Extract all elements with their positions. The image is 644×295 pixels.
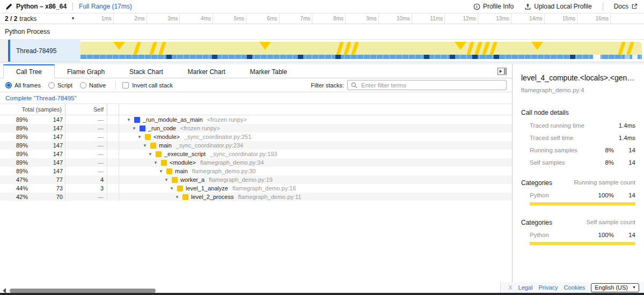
- profile-info-label: Profile Info: [483, 3, 514, 10]
- ruler-tick: 14ms: [511, 13, 545, 24]
- call-tree-row[interactable]: 89%147—▼<module>_sync_coordinator.py:251: [0, 132, 512, 141]
- tree-cell: ▼_run_code<frozen runpy>: [119, 125, 512, 131]
- complete-thread-link[interactable]: Complete “Thread-78495”: [5, 95, 76, 101]
- column-header-self[interactable]: Self: [65, 104, 107, 115]
- track-marker-slash: [626, 42, 634, 55]
- tab-bar: Call TreeFlame GraphStack ChartMarker Ch…: [0, 64, 512, 78]
- detail-label: Traced self time: [530, 135, 588, 141]
- call-tree-row[interactable]: 89%147—▼_execute_script_sync_coordinator…: [0, 150, 512, 158]
- twisty-icon[interactable]: ▼: [148, 152, 156, 157]
- tree-cell: ▼level_1_analyzeflamegraph_demo.py:16: [119, 185, 512, 191]
- twisty-icon[interactable]: ▼: [143, 143, 150, 148]
- call-tree-row[interactable]: 44%733▼level_1_analyzeflamegraph_demo.py…: [0, 184, 512, 193]
- twisty-icon[interactable]: ▼: [153, 160, 161, 165]
- close-banner-button[interactable]: X: [508, 284, 512, 291]
- twisty-icon[interactable]: ▼: [170, 186, 177, 191]
- radio-all-frames-label[interactable]: All frames: [14, 82, 41, 88]
- tab-stack-chart[interactable]: Stack Chart: [117, 64, 175, 78]
- twisty-icon[interactable]: ▼: [164, 178, 172, 182]
- function-name: <module>: [153, 134, 180, 140]
- footer-link-privacy[interactable]: Privacy: [538, 284, 558, 291]
- detail-value: 14: [614, 147, 635, 153]
- column-header-total[interactable]: Total (samples): [0, 104, 65, 115]
- total-samples: 73: [28, 184, 65, 193]
- twisty-icon[interactable]: ▼: [159, 169, 166, 174]
- thread-gutter: [0, 40, 8, 62]
- thread-track-canvas[interactable]: [80, 40, 644, 62]
- twisty-icon[interactable]: ▼: [127, 117, 134, 122]
- sample-dark-segment: [335, 55, 341, 59]
- call-tree-column-headers: Total (samples) Self: [0, 104, 512, 115]
- total-percent: 89%: [0, 168, 28, 174]
- upload-icon: [524, 3, 531, 10]
- call-tree-row[interactable]: 89%147—▼_run_code<frozen runpy>: [0, 124, 512, 132]
- ruler-tick: 1ms: [80, 13, 114, 24]
- file-location: flamegraph_demo.py:19: [209, 176, 273, 183]
- call-tree-row[interactable]: 42%70—▼level_2_processflamegraph_demo.py…: [0, 193, 512, 201]
- function-name: _run_code: [148, 125, 176, 131]
- file-location: _sync_coordinator.py:251: [184, 134, 251, 140]
- tree-cell: ▼<module>_sync_coordinator.py:251: [119, 134, 512, 140]
- radio-native-label[interactable]: Native: [89, 82, 106, 88]
- timeline-ruler[interactable]: 1ms2ms3ms4ms5ms6ms7ms8ms9ms10ms11ms12ms1…: [80, 13, 644, 24]
- upload-label: Upload Local Profile: [534, 3, 591, 10]
- radio-native[interactable]: [80, 82, 86, 88]
- ruler-tick: 10ms: [379, 13, 412, 24]
- row-gutter: [107, 132, 119, 141]
- full-range-link[interactable]: Full Range (17ms): [79, 3, 132, 10]
- footer-link-cookies[interactable]: Cookies: [564, 284, 586, 291]
- tracks-word: tracks: [19, 15, 36, 23]
- category-icon: [134, 117, 140, 123]
- call-tree-row[interactable]: 89%147—▼<module>flamegraph_demo.py:34: [0, 158, 512, 167]
- call-tree-row[interactable]: 89%147—▼mainflamegraph_demo.py:30: [0, 167, 512, 175]
- radio-script-label[interactable]: Script: [57, 82, 72, 88]
- header-divider: [72, 3, 73, 11]
- file-location: flamegraph_demo.py:11: [238, 194, 302, 200]
- tab-flame-graph[interactable]: Flame Graph: [55, 64, 117, 78]
- scroll-left-arrow-icon[interactable]: [3, 288, 6, 293]
- language-select[interactable]: English (US): [591, 283, 639, 292]
- docs-button[interactable]: Docs: [614, 3, 638, 10]
- invert-call-stack-checkbox[interactable]: [122, 82, 129, 88]
- footer-link-legal[interactable]: Legal: [518, 284, 533, 291]
- tracks-dropdown[interactable]: 2 / 2 tracks ▼: [0, 13, 80, 24]
- self-samples: 4: [65, 175, 107, 184]
- chevron-down-icon: ▼: [71, 16, 75, 21]
- ruler-tick: 16ms: [577, 13, 611, 24]
- category-icon: [182, 194, 188, 200]
- self-samples: —: [65, 132, 107, 141]
- scrollbar-thumb[interactable]: [10, 289, 156, 293]
- sidebar-toggle-button[interactable]: [497, 68, 507, 75]
- total-percent: 89%: [0, 134, 28, 140]
- invert-call-stack-label[interactable]: Invert call stack: [132, 82, 173, 88]
- upload-profile-button[interactable]: Upload Local Profile: [524, 3, 591, 10]
- detail-value: 14: [614, 159, 635, 166]
- radio-script[interactable]: [48, 82, 55, 88]
- thread-label[interactable]: Thread-78495: [10, 40, 80, 62]
- radio-all-frames[interactable]: [5, 82, 12, 88]
- call-tree-row[interactable]: 89%147—▼main_sync_coordinator.py:234: [0, 141, 512, 150]
- file-location: <frozen runpy>: [180, 125, 220, 131]
- selected-node-file: flamegraph_demo.py:4: [521, 87, 635, 93]
- sample-dark-segment: [247, 55, 252, 59]
- detail-row: Running samples 8% 14: [521, 147, 635, 153]
- twisty-icon[interactable]: ▼: [137, 135, 145, 139]
- call-tree-row[interactable]: 89%147—▼_run_module_as_main<frozen runpy…: [0, 115, 512, 124]
- categories-metric-label: Self sample count: [587, 219, 635, 226]
- tab-marker-chart[interactable]: Marker Chart: [175, 64, 238, 78]
- call-tree-row[interactable]: 47%774▼worker_aflamegraph_demo.py:19: [0, 175, 512, 184]
- process-track-header[interactable]: Python Process: [0, 24, 644, 40]
- tab-call-tree[interactable]: Call Tree: [3, 64, 55, 78]
- twisty-icon[interactable]: ▼: [175, 195, 182, 200]
- total-percent: 89%: [0, 151, 28, 157]
- track-marker-slash: [482, 42, 490, 55]
- thread-track[interactable]: Thread-78495: [0, 40, 644, 62]
- twisty-icon[interactable]: ▼: [132, 126, 140, 131]
- file-location: flamegraph_demo.py:30: [192, 168, 256, 174]
- pencil-icon[interactable]: [5, 3, 12, 10]
- filter-input[interactable]: [360, 82, 503, 89]
- tab-marker-table[interactable]: Marker Table: [238, 64, 299, 78]
- profile-info-button[interactable]: Profile Info: [473, 3, 514, 10]
- track-activity: [80, 42, 642, 55]
- row-gutter: [107, 184, 119, 193]
